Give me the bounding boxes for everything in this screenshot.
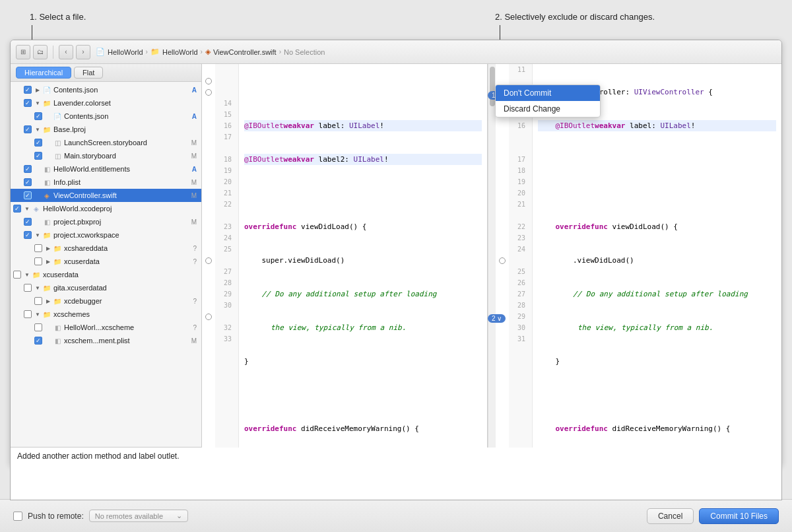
breadcrumb-project[interactable]: HelloWorld [108,48,143,56]
folder-icon: 📁 [53,244,62,253]
folder-icon: 📁 [42,283,51,292]
commit-message-input[interactable]: Added another action method and label ou… [11,448,781,494]
file-icon: ◧ [42,217,51,226]
right-diff-panel[interactable]: 11 13 14 15 16 17 18 19 20 21 [496,64,781,451]
list-item[interactable]: ✓ ▼ 📁 Lavender.colorset [11,96,201,110]
tab-hierarchical[interactable]: Hierarchical [16,67,71,79]
xcodeproj-icon: ◈ [32,204,41,213]
diff-panels: 14 15 16 17 18 19 20 21 22 23 [202,64,781,465]
context-menu-item-dont-commit[interactable]: Don't Commit [496,85,600,101]
folder-triangle: ▼ [34,284,41,291]
list-item[interactable]: ▼ 📁 xcuserdata [11,268,201,281]
checkbox[interactable]: ✓ [34,152,42,160]
forward-btn[interactable]: › [76,45,90,59]
breadcrumb-sep1: › [146,48,148,55]
breadcrumb-folder[interactable]: HelloWorld [162,48,198,56]
file-name: project.xcworkspace [53,231,119,239]
panel-divider [488,64,496,465]
file-name: Contents.json [53,86,98,94]
hunk-badge-2[interactable]: 2 ∨ [488,314,506,323]
checkbox[interactable] [24,284,32,292]
folder-triangle: ▼ [34,232,41,238]
right-code: class ViewController: UIViewController {… [533,64,781,451]
sidebar: Hierarchical Flat ✓ ▶ 📄 Contents.json A … [11,64,202,465]
list-item[interactable]: ▶ 📁 xcshareddata ? [11,242,201,255]
left-code: @IBOutlet weak var label: UILabel! @IBOu… [239,64,487,451]
list-item[interactable]: ✓ ▼ ◈ HelloWorld.xcodeproj [11,202,201,215]
checkbox[interactable] [13,271,21,279]
context-menu: Don't Commit Discard Change [495,84,601,117]
breadcrumb-folder-icon: 📁 [150,48,160,56]
tab-flat[interactable]: Flat [74,67,103,79]
file-name: xcshareddata [64,244,108,252]
list-item[interactable]: ✓ ▼ 📁 project.xcworkspace [11,228,201,242]
file-name: Contents.json [64,112,108,120]
file-badge: M [189,192,199,199]
checkbox[interactable]: ✓ [24,86,32,94]
commit-button[interactable]: Commit 10 Files [699,508,779,524]
list-item[interactable]: ✓ 📄 Contents.json A [11,110,201,123]
checkbox[interactable] [34,297,42,305]
breadcrumb-file[interactable]: ViewController.swift [213,48,277,56]
list-item-selected[interactable]: ✓ ◈ ViewController.swift M [11,189,201,202]
breadcrumb-sep2: › [201,48,203,55]
list-item[interactable]: ✓ ◧ Info.plist M [11,176,201,189]
list-item[interactable]: ✓ ▼ 📁 Base.lproj [11,123,201,136]
file-name: project.pbxproj [53,218,101,226]
list-item[interactable]: ◧ HelloWorl...xcscheme ? [11,321,201,334]
list-item[interactable]: ▶ 📁 xcuserdata ? [11,255,201,268]
grid-icon-btn[interactable]: ⊞ [16,45,30,59]
checkbox[interactable]: ✓ [24,165,32,173]
folder-icon: 📁 [42,230,51,240]
annotation-step2: 2. Selectively exclude or discard change… [495,12,655,22]
folder-icon-btn[interactable]: 🗂 [33,45,48,59]
folder-triangle: ▼ [34,100,41,106]
list-item[interactable]: ✓ ◫ Main.storyboard M [11,149,201,162]
line-numbers-left: 14 15 16 17 18 19 20 21 22 23 [215,64,239,451]
list-item[interactable]: ▼ 📁 gita.xcuserdatad [11,281,201,294]
left-diff-panel[interactable]: 14 15 16 17 18 19 20 21 22 23 [202,64,488,451]
checkbox[interactable]: ✓ [24,218,32,226]
list-item[interactable]: ▼ 📁 xcschemes [11,308,201,321]
file-name: xcschemes [53,310,90,318]
checkbox[interactable]: ✓ [24,178,32,186]
checkbox[interactable] [34,257,42,265]
list-item[interactable]: ✓ ◧ HelloWorld.entitlements A [11,162,201,176]
checkbox[interactable] [24,310,32,318]
checkbox[interactable] [34,244,42,252]
checkbox[interactable]: ✓ [24,191,32,199]
line-numbers-right: 11 13 14 15 16 17 18 19 20 21 [509,64,533,451]
back-btn[interactable]: ‹ [59,45,73,59]
folder-triangle: ▶ [45,245,51,251]
file-badge: A [190,166,199,173]
checkbox[interactable]: ✓ [34,337,42,345]
file-name: ViewController.swift [53,191,117,199]
list-item[interactable]: ✓ ◧ project.pbxproj M [11,215,201,228]
checkbox[interactable]: ✓ [13,205,21,213]
right-diff-container: 11 13 14 15 16 17 18 19 20 21 [496,64,781,465]
checkbox[interactable] [34,323,42,331]
push-to-remote-checkbox[interactable] [13,512,22,521]
context-menu-item-discard[interactable]: Discard Change [496,101,600,117]
main-window: ⊞ 🗂 ‹ › 📄 HelloWorld › 📁 HelloWorld › ◈ … [10,40,782,466]
folder-triangle: ▶ [34,86,41,93]
checkbox[interactable]: ✓ [34,112,42,120]
checkbox[interactable]: ✓ [24,231,32,239]
list-item[interactable]: ✓ ▶ 📄 Contents.json A [11,83,201,96]
list-item[interactable]: ▶ 📁 xcdebugger ? [11,294,201,308]
folder-icon: 📁 [42,310,51,319]
checkbox[interactable]: ✓ [24,125,32,133]
checkbox[interactable]: ✓ [24,99,32,107]
file-icon: 📄 [53,112,62,121]
chevron-down-icon: ⌄ [176,512,182,520]
list-item[interactable]: ✓ ◧ xcschem...ment.plist M [11,334,201,347]
list-item[interactable]: ✓ ◫ LaunchScreen.storyboard M [11,136,201,149]
checkbox[interactable]: ✓ [34,139,42,147]
file-name: Lavender.colorset [53,99,111,107]
storyboard-icon: ◫ [53,138,62,147]
cancel-button[interactable]: Cancel [647,508,694,524]
file-badge: M [189,139,199,147]
bottom-bar: Push to remote: No remotes available ⌄ C… [0,499,792,532]
remote-dropdown[interactable]: No remotes available ⌄ [89,510,188,522]
folder-icon: 📁 [53,296,62,306]
